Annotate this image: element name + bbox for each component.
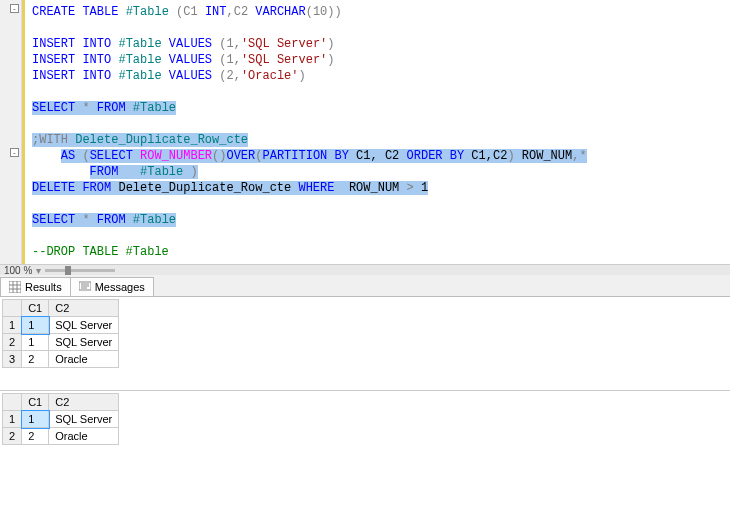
table-row[interactable]: 1 1 SQL Server [3,411,119,428]
svg-rect-0 [9,281,21,293]
message-icon [79,281,91,293]
row-number[interactable]: 2 [3,334,22,351]
editor-gutter [0,0,22,275]
results-tabstrip: Results Messages [0,275,730,297]
results-grid-2[interactable]: C1 C2 1 1 SQL Server 2 2 Oracle [2,393,119,445]
grid-icon [9,281,21,293]
cell[interactable]: SQL Server [49,411,119,428]
column-header[interactable]: C2 [49,300,119,317]
table-header-row: C1 C2 [3,394,119,411]
cell[interactable]: SQL Server [49,317,119,334]
table-row[interactable]: 3 2 Oracle [3,351,119,368]
grid-corner[interactable] [3,394,22,411]
cell[interactable]: SQL Server [49,334,119,351]
row-number[interactable]: 2 [3,428,22,445]
zoom-indicator[interactable]: 100 % ▾ [0,264,730,275]
fold-icon[interactable]: - [10,148,19,157]
table-row[interactable]: 2 1 SQL Server [3,334,119,351]
modified-indicator [22,0,25,268]
table-row[interactable]: 2 2 Oracle [3,428,119,445]
zoom-slider[interactable] [45,269,115,272]
grid-corner[interactable] [3,300,22,317]
cell[interactable]: 1 [22,411,49,428]
table-header-row: C1 C2 [3,300,119,317]
column-header[interactable]: C1 [22,300,49,317]
cell[interactable]: 1 [22,317,49,334]
row-number[interactable]: 1 [3,317,22,334]
tab-results-label: Results [25,281,62,293]
row-number[interactable]: 1 [3,411,22,428]
tab-messages[interactable]: Messages [70,277,154,296]
sql-editor[interactable]: - - CREATE TABLE #Table (C1 INT,C2 VARCH… [0,0,730,275]
row-number[interactable]: 3 [3,351,22,368]
table-row[interactable]: 1 1 SQL Server [3,317,119,334]
column-header[interactable]: C1 [22,394,49,411]
results-pane: C1 C2 1 1 SQL Server 2 1 SQL Server 3 2 … [0,299,730,445]
results-grid-1[interactable]: C1 C2 1 1 SQL Server 2 1 SQL Server 3 2 … [2,299,119,368]
zoom-label: 100 % [4,265,32,276]
fold-icon[interactable]: - [10,4,19,13]
cell[interactable]: Oracle [49,428,119,445]
column-header[interactable]: C2 [49,394,119,411]
tab-messages-label: Messages [95,281,145,293]
cell[interactable]: 2 [22,428,49,445]
cell[interactable]: 1 [22,334,49,351]
cell[interactable]: Oracle [49,351,119,368]
code-content[interactable]: CREATE TABLE #Table (C1 INT,C2 VARCHAR(1… [32,4,587,260]
tab-results[interactable]: Results [0,277,71,296]
cell[interactable]: 2 [22,351,49,368]
zoom-thumb[interactable] [65,266,71,275]
